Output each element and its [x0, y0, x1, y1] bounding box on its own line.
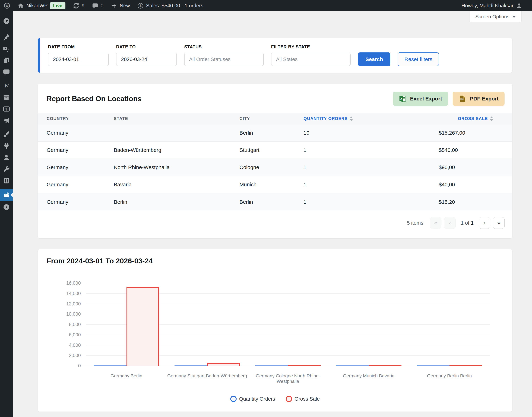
howdy-text: Howdy, Mahdi Khaksar [461, 3, 513, 9]
sidebar-item-users[interactable] [0, 152, 13, 163]
column-header-quantity-orders[interactable]: QUANTITY ORDERS [303, 113, 439, 124]
sidebar-item-posts[interactable] [0, 31, 13, 43]
date-from-field: DATE FROM [48, 44, 109, 66]
gross-sale-bar[interactable] [369, 365, 401, 366]
play-icon [3, 204, 10, 211]
legend-item-quantity-orders[interactable]: Quantity Orders [230, 396, 275, 402]
sidebar-item-payments[interactable]: $ [0, 103, 13, 115]
sales-summary[interactable]: $ Sales: $540,00 - 1 orders [134, 0, 207, 11]
updates-link[interactable]: 9 [69, 0, 88, 11]
table-row: GermanyNorth Rhine-WestphaliaCologne1$90… [38, 159, 512, 176]
sidebar-item-reports[interactable] [0, 189, 13, 201]
quantity-orders-bar[interactable] [336, 365, 369, 366]
table-cell: Germany [38, 159, 114, 176]
quantity-orders-bar[interactable] [417, 365, 449, 366]
svg-text:W: W [5, 4, 9, 8]
sidebar-item-woocommerce[interactable]: W [0, 80, 13, 92]
home-icon [18, 2, 24, 9]
sidebar-item-pages[interactable] [0, 54, 13, 66]
legend-label: Quantity Orders [239, 396, 275, 402]
pagination: 5 items « ‹ 1 of 1 › » [38, 210, 512, 237]
column-header-gross-sale[interactable]: GROSS SALE [439, 113, 512, 124]
admin-bar: W NikanWP Live 9 0 New [0, 0, 532, 11]
main-content: Screen Options DATE FROMDATE TOSTATUSFIL… [13, 11, 532, 417]
bar-group [409, 283, 490, 366]
excel-export-button[interactable]: X Excel Export [393, 92, 448, 106]
reset-filters-button[interactable]: Reset filters [398, 52, 439, 66]
table-cell: Berlin [114, 193, 240, 210]
column-header-country: COUNTRY [38, 113, 114, 124]
table-cell: 1 [303, 176, 439, 193]
admin-sidebar: W$ [0, 11, 13, 417]
table-cell: Germany [38, 193, 114, 210]
screen-options-button[interactable]: Screen Options [470, 11, 522, 22]
gross-sale-bar[interactable] [126, 287, 159, 366]
wordpress-menu[interactable]: W [0, 0, 14, 11]
date-from-label: DATE FROM [48, 44, 109, 50]
state-input[interactable] [271, 53, 351, 66]
x-axis-label: Germany Stuttgart Baden-Württemberg [167, 373, 248, 384]
gross-sale-bar[interactable] [288, 365, 321, 366]
sidebar-item-marketing[interactable] [0, 115, 13, 126]
state-label: FILTER BY STATE [271, 44, 351, 50]
live-badge[interactable]: Live [50, 2, 65, 9]
table-row: GermanyBaden-WürttembergStuttgart1$540,0… [38, 141, 512, 159]
gross-sale-bar[interactable] [207, 363, 240, 366]
pdf-file-icon: PDF [459, 95, 466, 103]
y-tick-label: 4,000 [69, 342, 81, 348]
search-button[interactable]: Search [358, 52, 390, 66]
filter-panel: DATE FROMDATE TOSTATUSFILTER BY STATE Se… [38, 38, 512, 73]
next-page-button[interactable]: › [479, 217, 490, 229]
column-label: STATE [114, 116, 128, 121]
media-icon [3, 45, 10, 52]
excel-export-label: Excel Export [410, 96, 442, 102]
legend-ring-icon [286, 396, 292, 402]
sidebar-item-plugins[interactable] [0, 140, 13, 152]
sidebar-item-comments[interactable] [0, 66, 13, 78]
y-tick-label: 6,000 [69, 332, 81, 337]
column-label: CITY [240, 116, 250, 121]
sidebar-item-products[interactable] [0, 92, 13, 103]
quantity-orders-bar[interactable] [175, 365, 207, 366]
page-prefix: 1 of [461, 220, 469, 226]
gross-sale-bar[interactable] [449, 365, 482, 366]
column-label: COUNTRY [47, 116, 69, 121]
date-from-input[interactable] [48, 53, 109, 66]
caret-down-icon [512, 16, 516, 18]
comments-count: 0 [101, 3, 104, 9]
y-tick-label: 0 [78, 363, 81, 369]
table-cell: $15.267,00 [439, 124, 512, 141]
sidebar-item-dashboard[interactable] [0, 15, 13, 27]
chart-card: From 2024-03-01 To 2026-03-24 02,0004,00… [38, 249, 512, 412]
table-cell: 1 [303, 193, 439, 210]
legend-item-gross-sale[interactable]: Gross Sale [286, 396, 320, 402]
svg-text:$: $ [5, 107, 7, 111]
prev-page-button[interactable]: ‹ [444, 217, 456, 229]
quantity-orders-bar[interactable] [94, 365, 126, 366]
table-cell: Stuttgart [240, 141, 303, 159]
status-input[interactable] [184, 53, 264, 66]
quantity-orders-bar[interactable] [255, 365, 288, 366]
chart-y-axis: 02,0004,0006,0008,00010,00012,00014,0001… [54, 283, 81, 366]
sidebar-item-settings[interactable] [0, 175, 13, 187]
items-count: 5 items [407, 220, 423, 226]
sidebar-item-appearance[interactable] [0, 128, 13, 140]
bar-group [328, 283, 409, 366]
pdf-export-button[interactable]: PDF PDF Export [453, 92, 505, 106]
table-cell: Berlin [240, 193, 303, 210]
date-to-input[interactable] [116, 53, 177, 66]
date-to-label: DATE TO [116, 44, 177, 50]
site-name-link[interactable]: NikanWP Live [14, 0, 69, 11]
sidebar-item-play[interactable] [0, 201, 13, 213]
new-content-link[interactable]: New [107, 0, 134, 11]
last-page-button[interactable]: » [493, 217, 505, 229]
first-page-button[interactable]: « [430, 217, 441, 229]
page-total: 1 [471, 220, 474, 226]
sidebar-item-tools[interactable] [0, 163, 13, 175]
comments-link[interactable]: 0 [88, 0, 107, 11]
table-cell: Baden-Württemberg [114, 141, 240, 159]
sidebar-item-media[interactable] [0, 43, 13, 54]
legend-ring-icon [230, 396, 237, 402]
my-account-link[interactable]: Howdy, Mahdi Khaksar [458, 0, 526, 11]
woocommerce-icon: W [3, 82, 10, 89]
